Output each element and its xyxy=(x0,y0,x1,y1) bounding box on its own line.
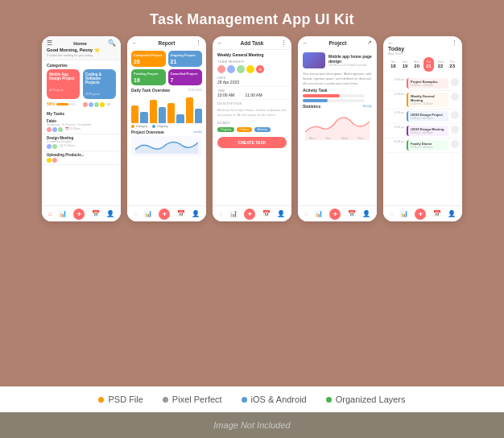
report-header: ← Report ⋮ xyxy=(127,36,206,48)
fab-sched[interactable]: + xyxy=(415,209,426,220)
date-sun[interactable]: Sun 19 xyxy=(400,57,411,72)
person-nav-icon[interactable]: 👤 xyxy=(106,210,114,217)
project-bottom-nav: ⌂ 📊 + 📅 👤 xyxy=(298,205,377,221)
back-icon-addtask[interactable]: ← xyxy=(217,40,223,46)
desc-text: Morbi porta tempor lectus, facilisis vul… xyxy=(217,108,287,118)
stat-completed-label: Completed Project xyxy=(134,53,163,57)
page-title: Task Management App UI Kit xyxy=(150,0,354,36)
date-field-value[interactable]: 28 Apr 2023 xyxy=(217,80,287,85)
cal-nav-report[interactable]: 📅 xyxy=(177,210,185,217)
task-row-2[interactable]: Design Meeting Created by Douglas 🕒 21:5… xyxy=(42,134,121,151)
chip-meeting[interactable]: Meeting xyxy=(254,127,271,132)
date-mon[interactable]: Mon 20 xyxy=(411,57,422,72)
stat-card-cancelled[interactable]: Cancelled Project 7 xyxy=(168,69,203,85)
team-av-2 xyxy=(227,65,235,73)
dot-psd xyxy=(98,397,104,403)
home-nav-proj[interactable]: ⌂ xyxy=(304,210,308,217)
sched-item-4[interactable]: 01:00 pm UX/UI Design Meeting 01:00 pm -… xyxy=(386,124,459,138)
task-meta-2: Created by Douglas xyxy=(47,140,116,143)
event-time-1: 10:00 am xyxy=(386,78,404,89)
project-desc: One line project description. Morbi eges… xyxy=(298,72,377,86)
chart-nav-report[interactable]: 📊 xyxy=(144,210,152,217)
chart-nav-icon[interactable]: 📊 xyxy=(59,210,67,217)
cat-card-design[interactable]: Mobile App Design Project 40 Projects xyxy=(47,69,80,99)
categories-label: Categories xyxy=(42,60,121,69)
stat-card-completed[interactable]: Completed Project 26 xyxy=(131,51,166,67)
chart-nav-sched[interactable]: 📊 xyxy=(400,210,408,217)
sched-item-2[interactable]: 11:00 am Weekly General Meeting 11:00 am… xyxy=(386,91,459,110)
more-icon-sched[interactable]: ⋮ xyxy=(452,39,457,46)
time-start[interactable]: 10:00 AM xyxy=(217,93,234,97)
back-icon-project[interactable]: ← xyxy=(303,40,308,46)
feature-psd-label: PSD File xyxy=(108,395,143,404)
home-nav-report[interactable]: ⌂ xyxy=(134,210,138,217)
date-thu[interactable]: Thu 23 xyxy=(447,57,457,72)
cat-card-coding[interactable]: Coding & Software Projects 43 Projects xyxy=(83,69,116,99)
add-task-header: ← Add Task ⋮ xyxy=(213,36,291,50)
event-time-2: 11:00 am xyxy=(386,93,404,107)
event-card-1[interactable]: Project Examples 11:00 am - 11:00 am xyxy=(407,78,448,89)
fab-add-button[interactable]: + xyxy=(73,209,85,220)
project-screen-title: Project xyxy=(328,40,346,46)
chart-nav-proj[interactable]: 📊 xyxy=(315,210,323,217)
schedule-header: ← ⋮ Today April 2023 Sat 18 Sun 19 Mon 2… xyxy=(383,36,462,76)
event-card-2[interactable]: Weekly General Meeting 11:00 am - 11:00 … xyxy=(407,93,448,107)
project-info: Mobile app home page design 120 Hours 1/… xyxy=(328,54,372,67)
date-sat[interactable]: Sat 18 xyxy=(388,57,399,72)
sched-item-1[interactable]: 10:00 am Project Examples 11:00 am - 11:… xyxy=(386,76,459,91)
stat-completed-num: 26 xyxy=(134,59,163,64)
chip-urgent[interactable]: Urgent xyxy=(237,127,252,132)
menu-icon[interactable]: ☰ xyxy=(47,39,52,47)
cat-card-design-title: Mobile App Design Project xyxy=(49,72,77,81)
sched-item-5[interactable]: 02:00 pm Family Dinner 07:00 pm - 09:00 … xyxy=(386,138,459,153)
person-nav-proj[interactable]: 👤 xyxy=(362,210,370,217)
home-nav-icon[interactable]: ⌂ xyxy=(48,210,52,217)
date-tue[interactable]: Tue 21 xyxy=(423,57,434,72)
fab-report[interactable]: + xyxy=(159,209,170,220)
activity-items xyxy=(298,94,377,102)
cal-nav-proj[interactable]: 📅 xyxy=(348,210,356,217)
task-row-1[interactable]: Fabio Streaming · In Process · Completed… xyxy=(42,118,121,134)
desc-area: Morbi porta tempor lectus, facilisis vul… xyxy=(213,106,291,119)
chart-nav-addtask[interactable]: 📊 xyxy=(229,210,238,217)
person-nav-sched[interactable]: 👤 xyxy=(448,210,456,217)
event-card-5[interactable]: Family Dinner 07:00 pm - 09:00 pm xyxy=(407,140,448,151)
event-subtime-5: 07:00 pm - 09:00 pm xyxy=(411,146,446,149)
time-end[interactable]: 11:00 AM xyxy=(245,93,262,97)
calendar-nav-icon[interactable]: 📅 xyxy=(92,210,100,217)
back-icon-sched[interactable]: ← xyxy=(388,40,394,46)
event-subtime-4: 01:00 pm - 02:00 pm xyxy=(411,131,446,134)
person-nav-report[interactable]: 👤 xyxy=(192,210,200,217)
home-nav-sched[interactable]: ⌂ xyxy=(390,210,394,217)
dot-pixel xyxy=(163,397,168,403)
home-header: ☰ Home 🔍 Good Morning, Penny 🌟 3 tasks a… xyxy=(42,36,121,60)
stat-card-ongoing[interactable]: Ongoing Project 21 xyxy=(168,51,203,67)
task-row-3[interactable]: Uploading Products... xyxy=(42,151,121,165)
sched-item-3[interactable]: 12:00 pm UX/UI Design Project 12:00 pm -… xyxy=(386,110,459,124)
more-icon-report[interactable]: ⋮ xyxy=(196,39,201,46)
project-header-nav: ← Project ↗ xyxy=(298,36,377,49)
home-nav-addtask[interactable]: ⌂ xyxy=(219,210,223,217)
date-wed[interactable]: Wed 22 xyxy=(436,57,446,72)
phone-schedule: ← ⋮ Today April 2023 Sat 18 Sun 19 Mon 2… xyxy=(383,36,462,221)
event-card-3[interactable]: UX/UI Design Project 12:00 pm - 01:00 pm xyxy=(407,111,448,122)
more-icon-addtask[interactable]: ⋮ xyxy=(281,39,287,46)
create-task-button[interactable]: CREATE TASK xyxy=(217,137,287,148)
cal-nav-sched[interactable]: 📅 xyxy=(433,210,441,217)
time-values: 10:00 AM - 11:00 AM xyxy=(217,93,287,97)
chip-ongoing[interactable]: Ongoing xyxy=(217,127,234,132)
search-icon[interactable]: 🔍 xyxy=(108,39,116,47)
phone-add-task: ← Add Task ⋮ Weekly General Meeting TEAM… xyxy=(213,36,291,221)
cal-nav-addtask[interactable]: 📅 xyxy=(262,210,271,217)
share-icon-project[interactable]: ↗ xyxy=(367,39,372,46)
feature-layers: Organized Layers xyxy=(326,395,406,404)
person-nav-addtask[interactable]: 👤 xyxy=(277,210,285,217)
fab-addtask[interactable]: + xyxy=(244,209,255,220)
event-card-4[interactable]: UX/UI Design Meeting 01:00 pm - 02:00 pm xyxy=(407,126,448,136)
stat-card-pending[interactable]: Pending Project 18 xyxy=(131,69,166,85)
event-avatar-2 xyxy=(451,93,459,101)
add-member-button[interactable]: + xyxy=(256,65,264,73)
stat-cards-2: Pending Project 18 Cancelled Project 7 xyxy=(127,69,206,85)
back-icon-report[interactable]: ← xyxy=(132,40,138,46)
fab-proj[interactable]: + xyxy=(329,209,341,220)
